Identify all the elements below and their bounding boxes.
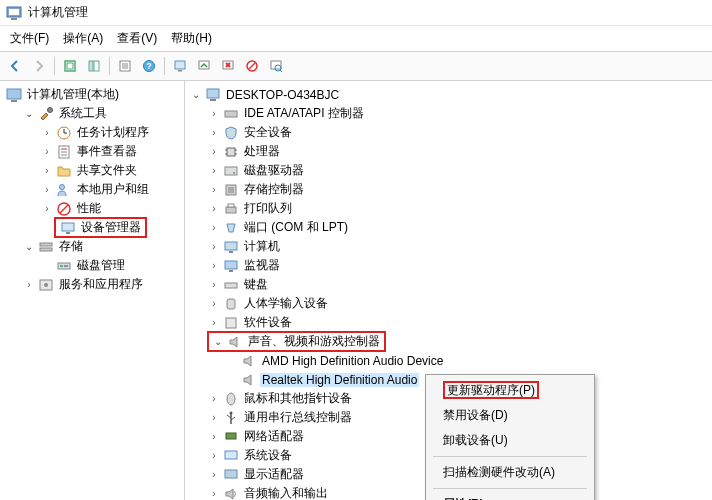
svg-text:?: ? (146, 61, 152, 71)
performance[interactable]: ›性能 (38, 199, 182, 218)
forward-button[interactable] (28, 55, 50, 77)
disk-management[interactable]: 磁盘管理 (38, 256, 182, 275)
expand-icon[interactable]: › (207, 164, 221, 178)
security-devices[interactable]: ›安全设备 (205, 123, 710, 142)
separator (164, 57, 165, 75)
keyboards[interactable]: ›键盘 (205, 275, 710, 294)
expand-icon[interactable]: › (40, 145, 54, 159)
svg-rect-2 (11, 18, 17, 20)
ide-icon (223, 106, 239, 122)
port-icon (223, 220, 239, 236)
folder-icon (56, 163, 72, 179)
svg-line-21 (280, 70, 282, 72)
menu-file[interactable]: 文件(F) (4, 28, 55, 49)
expand-icon[interactable]: › (207, 126, 221, 140)
svg-rect-47 (227, 148, 235, 156)
services-apps[interactable]: ›服务和应用程序 (20, 275, 182, 294)
disable-button[interactable] (241, 55, 263, 77)
device-manager[interactable]: 设备管理器 (38, 218, 182, 237)
svg-rect-5 (89, 61, 93, 71)
expand-icon[interactable]: › (207, 221, 221, 235)
show-hide-button[interactable] (83, 55, 105, 77)
back-button[interactable] (4, 55, 26, 77)
ctx-disable-device[interactable]: 禁用设备(D) (429, 403, 591, 428)
local-users[interactable]: ›本地用户和组 (38, 180, 182, 199)
software-devices[interactable]: ›软件设备 (205, 313, 710, 332)
svg-rect-1 (9, 9, 19, 15)
svg-rect-64 (226, 318, 236, 328)
sound-controllers[interactable]: ⌄声音、视频和游戏控制器 (205, 332, 710, 351)
ide-controllers[interactable]: ›IDE ATA/ATAPI 控制器 (205, 104, 710, 123)
ctx-uninstall-device[interactable]: 卸载设备(U) (429, 428, 591, 453)
properties-button[interactable] (114, 55, 136, 77)
computer-button[interactable] (169, 55, 191, 77)
hid-icon (223, 296, 239, 312)
monitors[interactable]: ›监视器 (205, 256, 710, 275)
svg-rect-69 (225, 451, 237, 459)
expand-icon[interactable]: › (207, 183, 221, 197)
update-button[interactable] (193, 55, 215, 77)
menu-view[interactable]: 查看(V) (111, 28, 163, 49)
mgmt-root[interactable]: 计算机管理(本地) (2, 85, 182, 104)
hid[interactable]: ›人体学输入设备 (205, 294, 710, 313)
expand-icon[interactable]: › (207, 449, 221, 463)
cpu-icon (223, 144, 239, 160)
expand-icon[interactable]: › (207, 145, 221, 159)
expand-icon[interactable]: › (40, 202, 54, 216)
disk-drives[interactable]: ›磁盘驱动器 (205, 161, 710, 180)
task-scheduler[interactable]: ›任务计划程序 (38, 123, 182, 142)
help-button[interactable]: ? (138, 55, 160, 77)
expand-icon[interactable]: › (207, 430, 221, 444)
expand-icon[interactable]: › (207, 487, 221, 501)
ctx-scan-hardware[interactable]: 扫描检测硬件改动(A) (429, 460, 591, 485)
svg-rect-23 (11, 100, 17, 102)
uninstall-button[interactable] (217, 55, 239, 77)
ctx-update-driver[interactable]: 更新驱动程序(P) (429, 378, 591, 403)
expand-icon[interactable]: › (207, 316, 221, 330)
storage[interactable]: ⌄存储 (20, 237, 182, 256)
desktop-root[interactable]: ⌄DESKTOP-O434BJC (187, 85, 710, 104)
storage-controllers[interactable]: ›存储控制器 (205, 180, 710, 199)
ctx-properties[interactable]: 属性(R) (429, 492, 591, 500)
ports[interactable]: ›端口 (COM 和 LPT) (205, 218, 710, 237)
amd-audio[interactable]: AMD High Definition Audio Device (223, 351, 710, 370)
svg-rect-13 (175, 61, 185, 69)
expand-icon[interactable]: › (207, 240, 221, 254)
event-viewer[interactable]: ›事件查看器 (38, 142, 182, 161)
processors[interactable]: ›处理器 (205, 142, 710, 161)
svg-rect-68 (226, 433, 236, 439)
computers[interactable]: ›计算机 (205, 237, 710, 256)
audio-icon (223, 486, 239, 501)
expand-icon[interactable]: › (207, 392, 221, 406)
collapse-icon[interactable]: ⌄ (22, 240, 36, 254)
shared-folders[interactable]: ›共享文件夹 (38, 161, 182, 180)
expand-icon[interactable]: › (207, 468, 221, 482)
svg-line-34 (60, 205, 68, 213)
expand-icon[interactable]: › (207, 202, 221, 216)
usb-icon (223, 410, 239, 426)
collapse-icon[interactable]: ⌄ (22, 107, 36, 121)
expand-icon[interactable]: › (207, 411, 221, 425)
expand-icon[interactable]: › (40, 164, 54, 178)
expand-icon[interactable]: › (207, 259, 221, 273)
expand-icon[interactable]: › (40, 126, 54, 140)
expand-icon[interactable]: › (22, 278, 36, 292)
tools-icon (38, 106, 54, 122)
menu-help[interactable]: 帮助(H) (165, 28, 218, 49)
expand-icon[interactable]: › (207, 107, 221, 121)
expand-icon[interactable]: › (207, 297, 221, 311)
separator (109, 57, 110, 75)
menu-action[interactable]: 操作(A) (57, 28, 109, 49)
mouse-icon (223, 391, 239, 407)
up-button[interactable] (59, 55, 81, 77)
speaker-icon (241, 353, 257, 369)
expand-icon[interactable]: › (207, 278, 221, 292)
scan-button[interactable] (265, 55, 287, 77)
print-queues[interactable]: ›打印队列 (205, 199, 710, 218)
svg-line-18 (249, 63, 255, 69)
system-tools[interactable]: ⌄ 系统工具 (20, 104, 182, 123)
svg-point-43 (44, 283, 48, 287)
collapse-icon[interactable]: ⌄ (211, 335, 225, 349)
collapse-icon[interactable]: ⌄ (189, 88, 203, 102)
expand-icon[interactable]: › (40, 183, 54, 197)
